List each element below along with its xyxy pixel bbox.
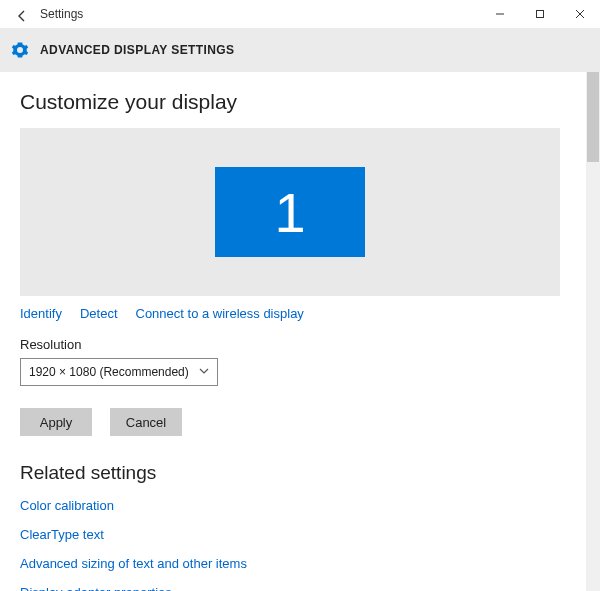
cleartype-link[interactable]: ClearType text: [20, 527, 580, 542]
window-title: Settings: [10, 7, 480, 21]
chevron-down-icon: [199, 365, 209, 379]
related-heading: Related settings: [20, 462, 580, 484]
resolution-selected: 1920 × 1080 (Recommended): [29, 365, 189, 379]
header-title: ADVANCED DISPLAY SETTINGS: [40, 43, 234, 57]
adapter-properties-link[interactable]: Display adapter properties: [20, 585, 580, 591]
color-calibration-link[interactable]: Color calibration: [20, 498, 580, 513]
display-preview: 1: [20, 128, 560, 296]
advanced-sizing-link[interactable]: Advanced sizing of text and other items: [20, 556, 580, 571]
svg-rect-1: [537, 11, 544, 18]
monitor-number: 1: [274, 180, 305, 245]
scrollbar-thumb[interactable]: [587, 72, 599, 162]
close-button[interactable]: [560, 0, 600, 28]
monitor-tile[interactable]: 1: [215, 167, 365, 257]
scrollbar[interactable]: [586, 72, 600, 591]
related-links: Color calibration ClearType text Advance…: [20, 498, 580, 591]
resolution-label: Resolution: [20, 337, 580, 352]
page-title: Customize your display: [20, 90, 580, 114]
back-button[interactable]: [12, 6, 32, 26]
maximize-button[interactable]: [520, 0, 560, 28]
connect-wireless-link[interactable]: Connect to a wireless display: [136, 306, 304, 321]
identify-link[interactable]: Identify: [20, 306, 62, 321]
display-action-links: Identify Detect Connect to a wireless di…: [20, 306, 580, 321]
detect-link[interactable]: Detect: [80, 306, 118, 321]
cancel-button[interactable]: Cancel: [110, 408, 182, 436]
content-wrap: Customize your display 1 Identify Detect…: [0, 72, 600, 591]
resolution-select[interactable]: 1920 × 1080 (Recommended): [20, 358, 218, 386]
titlebar: Settings: [0, 0, 600, 28]
button-row: Apply Cancel: [20, 408, 580, 436]
header: ADVANCED DISPLAY SETTINGS: [0, 28, 600, 72]
minimize-button[interactable]: [480, 0, 520, 28]
content: Customize your display 1 Identify Detect…: [0, 72, 600, 591]
gear-icon: [10, 40, 30, 60]
window-controls: [480, 0, 600, 28]
apply-button[interactable]: Apply: [20, 408, 92, 436]
